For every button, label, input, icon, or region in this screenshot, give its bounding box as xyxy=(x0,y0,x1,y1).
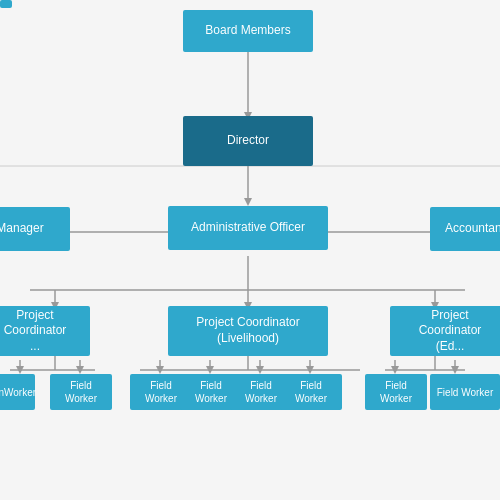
proj-coord-livelihood-label: Project Coordinator (Livelihood) xyxy=(196,315,299,346)
admin-officer-label: Administrative Officer xyxy=(191,220,305,236)
accountant-node: Accountant xyxy=(430,207,500,251)
proj-coord-left-label: Project Coordinator ... xyxy=(4,308,67,355)
board-members-node: Board Members xyxy=(183,10,313,52)
proj-coord-left-node: Project Coordinator ... xyxy=(0,306,90,356)
fw-r2-label: Field Worker xyxy=(437,386,494,399)
proj-coord-ed-label: Project Coordinator (Ed... xyxy=(419,308,482,355)
fw-c3-label: Field Worker xyxy=(236,379,286,405)
manager-node: Manager xyxy=(0,207,70,251)
fw-l2-node: Field Worker xyxy=(50,374,112,410)
org-chart: Board Members Director Administrative Of… xyxy=(0,0,500,500)
board-members-label: Board Members xyxy=(205,23,290,39)
fw-c2-label: Field Worker xyxy=(186,379,236,405)
proj-coord-ed-node: Project Coordinator (Ed... xyxy=(390,306,500,356)
director-label: Director xyxy=(227,133,269,149)
fw-left-2-node xyxy=(0,0,12,8)
proj-coord-livelihood-node: Project Coordinator (Livelihood) xyxy=(168,306,328,356)
fw-l2-label: Field Worker xyxy=(56,379,106,405)
director-node: Director xyxy=(183,116,313,166)
accountant-label: Accountant xyxy=(445,221,500,237)
fw-c4-node: Field Worker xyxy=(280,374,342,410)
connector-layer xyxy=(0,0,500,500)
fw-r1-label: Field Worker xyxy=(371,379,421,405)
fw-c4-label: Field Worker xyxy=(286,379,336,405)
svg-marker-4 xyxy=(244,198,252,206)
fw-r2-node: Field Worker xyxy=(430,374,500,410)
fw-r1-node: Field Worker xyxy=(365,374,427,410)
admin-officer-node: Administrative Officer xyxy=(168,206,328,250)
fw-left-1-node: Field\nWorker xyxy=(0,374,35,410)
fw-c1-label: Field Worker xyxy=(136,379,186,405)
manager-label: Manager xyxy=(0,221,44,237)
